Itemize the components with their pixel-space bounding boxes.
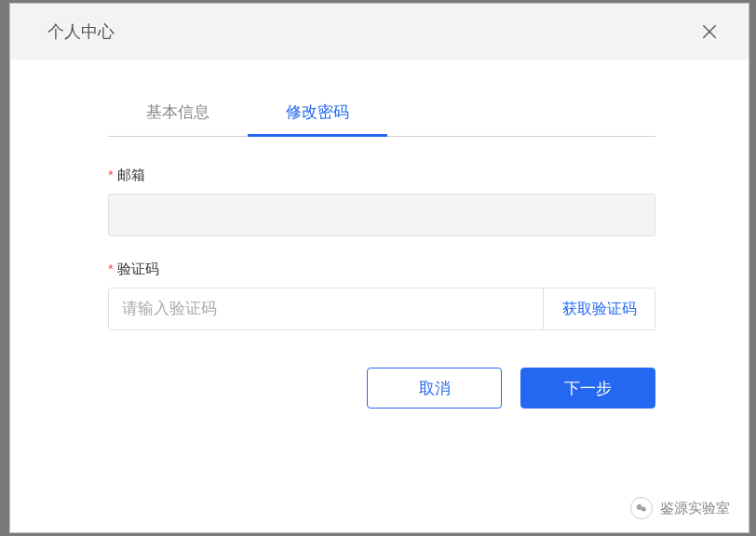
cancel-button[interactable]: 取消 bbox=[367, 368, 502, 409]
close-icon bbox=[700, 22, 719, 41]
email-label-text: 邮箱 bbox=[117, 167, 145, 182]
code-label: *验证码 bbox=[108, 261, 655, 278]
close-button[interactable] bbox=[698, 20, 721, 43]
email-label: *邮箱 bbox=[108, 167, 655, 184]
next-button[interactable]: 下一步 bbox=[520, 368, 655, 409]
tab-label: 基本信息 bbox=[146, 103, 209, 121]
svg-point-7 bbox=[644, 508, 645, 509]
code-field-group: *验证码 获取验证码 bbox=[108, 261, 655, 330]
tab-change-password[interactable]: 修改密码 bbox=[248, 101, 387, 136]
code-input[interactable] bbox=[109, 288, 543, 329]
modal-body: 基本信息 修改密码 *邮箱 *验证码 获取验证码 取消 下一步 bbox=[10, 60, 749, 532]
svg-point-4 bbox=[638, 506, 639, 507]
modal-header: 个人中心 bbox=[10, 4, 749, 60]
footer-lab: 鉴源实验室 bbox=[630, 497, 730, 519]
modal-title: 个人中心 bbox=[47, 20, 115, 43]
svg-point-3 bbox=[641, 507, 646, 512]
get-code-button[interactable]: 获取验证码 bbox=[543, 288, 655, 329]
svg-point-6 bbox=[642, 508, 643, 509]
svg-point-5 bbox=[640, 506, 641, 507]
email-input[interactable] bbox=[108, 194, 655, 236]
svg-point-2 bbox=[637, 504, 642, 510]
code-label-text: 验证码 bbox=[117, 261, 159, 276]
personal-center-modal: 个人中心 基本信息 修改密码 *邮箱 *验证码 bbox=[9, 3, 749, 533]
tab-basic-info[interactable]: 基本信息 bbox=[108, 101, 248, 136]
email-field-group: *邮箱 bbox=[108, 167, 655, 236]
wechat-icon bbox=[630, 497, 653, 519]
code-input-row: 获取验证码 bbox=[108, 288, 655, 330]
required-indicator: * bbox=[108, 167, 114, 182]
required-indicator: * bbox=[108, 261, 114, 276]
tabs: 基本信息 修改密码 bbox=[108, 101, 655, 137]
action-buttons: 取消 下一步 bbox=[108, 368, 655, 409]
footer-lab-name: 鉴源实验室 bbox=[660, 500, 730, 517]
tab-label: 修改密码 bbox=[286, 103, 349, 121]
